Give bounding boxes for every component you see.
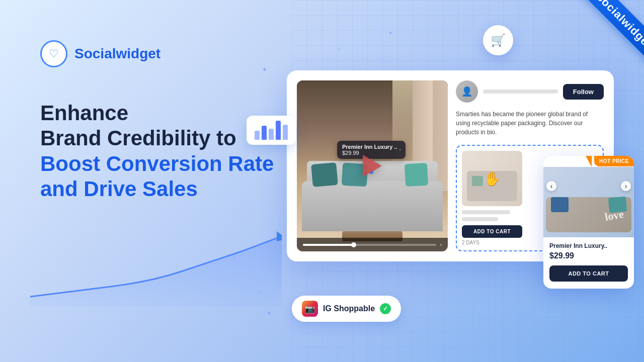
ig-shoppable-label: IG Shoppable xyxy=(323,304,375,313)
pillow-3 xyxy=(405,163,428,187)
headline-area: Enhance Brand Credibility to Boost Conve… xyxy=(40,101,274,202)
bar-5 xyxy=(283,125,288,140)
headline-line2: Brand Credibility to xyxy=(40,126,274,151)
profile-bio: Smarties has became the pioneer global b… xyxy=(456,110,604,137)
sofa-body xyxy=(302,181,443,231)
instagram-icon: 📷 xyxy=(302,301,318,317)
profile-name-bar xyxy=(483,89,558,94)
logo-area: ♡ Socialwidget xyxy=(40,40,160,67)
prev-nav-button[interactable]: ‹ xyxy=(546,181,556,191)
product-name-bar-1 xyxy=(462,210,510,214)
next-arrow-icon: › xyxy=(621,181,631,191)
bar-3 xyxy=(269,129,274,140)
bg-star-1: ✦ xyxy=(336,45,342,53)
ig-symbol: 📷 xyxy=(305,304,315,314)
chart-decoration xyxy=(30,226,282,307)
bar-4 xyxy=(276,121,281,140)
product-card-large: HOT PRICE ‹ › love Premier Inn Luxury.. … xyxy=(543,156,634,289)
sparkle-icon-2: ✦ xyxy=(267,310,272,317)
logo-symbol: ♡ xyxy=(49,47,59,60)
product-price-large: $29.99 xyxy=(549,251,628,260)
svg-marker-0 xyxy=(277,231,282,241)
play-button[interactable] xyxy=(363,155,382,177)
cart-icon: 🛒 xyxy=(491,33,506,47)
sparkle-icon: ✦ xyxy=(262,65,268,73)
logo-icon: ♡ xyxy=(40,40,67,67)
corner-banner-text: Socialwidget xyxy=(577,0,644,67)
days-ago-label: 2 DAYS xyxy=(462,240,522,245)
headline-line4-accent: Drive Sales xyxy=(84,177,198,201)
hot-price-badge: HOT PRICE xyxy=(594,156,634,166)
video-progress: › xyxy=(297,238,448,251)
headline-line4-plain: and xyxy=(40,177,84,201)
headline-line4: and Drive Sales xyxy=(40,176,274,202)
hot-price-area: HOT PRICE xyxy=(543,156,634,167)
product-name-bar-2 xyxy=(462,217,498,221)
thumb-pillow xyxy=(472,176,483,186)
headline-line3: Boost Conversion Rate xyxy=(40,151,274,176)
pillow-1 xyxy=(311,162,338,187)
corner-banner: Socialwidget xyxy=(548,0,644,96)
post-image-container: Premier Inn Luxury .. $29.99 › › xyxy=(297,80,448,251)
profile-avatar: 👤 xyxy=(456,80,478,103)
hand-cursor-icon: ✋ xyxy=(484,170,501,187)
product-tag-content: Premier Inn Luxury .. $29.99 xyxy=(342,144,397,156)
progress-bar[interactable] xyxy=(303,244,436,246)
ig-shoppable-badge: 📷 IG Shoppable ✓ xyxy=(292,296,401,322)
product-img-small: ✋ xyxy=(462,151,522,206)
product-tag-name: Premier Inn Luxury .. xyxy=(342,144,397,150)
next-nav-button[interactable]: › xyxy=(621,181,631,191)
progress-dot xyxy=(351,242,356,247)
lc-pillow-blue xyxy=(551,197,569,212)
product-img-large: love xyxy=(543,167,634,237)
post-image: Premier Inn Luxury .. $29.99 › xyxy=(297,80,448,251)
add-to-cart-button-small[interactable]: ADD TO CART xyxy=(462,225,522,238)
product-name-large: Premier Inn Luxury.. xyxy=(549,242,628,249)
bar-2 xyxy=(262,126,267,140)
product-info-large: Premier Inn Luxury.. $29.99 xyxy=(543,237,634,260)
hot-price-arrow xyxy=(586,156,592,167)
avatar-icon: 👤 xyxy=(461,86,472,97)
ig-check-icon: ✓ xyxy=(380,303,391,314)
progress-fill xyxy=(303,244,356,246)
add-to-cart-button-large[interactable]: ADD TO CART xyxy=(549,265,628,282)
progress-arrow-icon: › xyxy=(440,242,442,247)
brand-name: Socialwidget xyxy=(74,46,160,62)
prev-arrow-icon: ‹ xyxy=(546,181,556,191)
sparkle-icon-3: ✦ xyxy=(388,30,392,36)
product-card-small: ✋ ADD TO CART 2 DAYS xyxy=(462,151,522,245)
cart-icon-float: 🛒 xyxy=(483,25,513,55)
tag-arrow-icon: › xyxy=(399,147,400,152)
bar-1 xyxy=(255,131,260,140)
headline-line1: Enhance xyxy=(40,101,274,126)
analytics-pill xyxy=(247,116,296,145)
